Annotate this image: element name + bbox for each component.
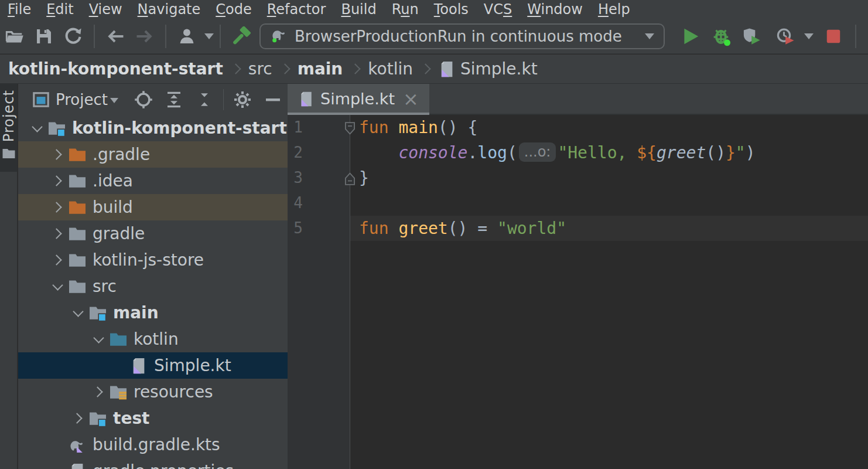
tree-item-simple-kt[interactable]: Simple.kt xyxy=(18,352,288,379)
tree-item-label: build xyxy=(93,198,133,217)
tree-item-idea[interactable]: .idea xyxy=(18,168,288,194)
tree-item-main[interactable]: main xyxy=(18,300,288,326)
tree-item-gradle[interactable]: .gradle xyxy=(18,141,288,168)
file-icon xyxy=(68,462,87,469)
tree-item-src[interactable]: src xyxy=(18,273,288,300)
chevron-right-icon[interactable] xyxy=(51,202,61,212)
chevron-down-icon[interactable] xyxy=(52,280,63,290)
menu-vcs[interactable]: VCS xyxy=(476,1,520,18)
tree-item-kotlin[interactable]: kotlin xyxy=(18,326,288,352)
tree-item-kotlin-komponent-start[interactable]: kotlin-komponent-start xyxy=(18,115,288,141)
coverage-button[interactable] xyxy=(742,25,763,47)
breadcrumb-item-kotlin[interactable]: kotlin xyxy=(368,59,413,79)
menu-navigate[interactable]: Navigate xyxy=(130,1,209,18)
code-token: ( xyxy=(507,143,517,162)
chevron-right-icon[interactable] xyxy=(51,175,61,186)
parameter-name-hint[interactable]: ...o: xyxy=(519,142,556,162)
menu-build[interactable]: Build xyxy=(333,1,384,18)
folder-icon xyxy=(68,225,87,243)
tree-item-gradle-properties[interactable]: gradle.properties xyxy=(18,458,288,469)
menu-refactor[interactable]: Refactor xyxy=(259,1,334,18)
menu-help[interactable]: Help xyxy=(590,1,638,18)
code-area[interactable]: 12345 fun main() { console.log(...o:"Hel… xyxy=(288,115,868,469)
project-tree: kotlin-komponent-start.gradle.ideabuildg… xyxy=(18,115,288,469)
breadcrumb-item-simple-kt[interactable]: Simple.kt xyxy=(460,59,538,79)
tree-item-gradle[interactable]: gradle xyxy=(18,220,288,247)
tab-simple-kt[interactable]: Simple.kt × xyxy=(288,84,429,114)
stripe-project-label: Project xyxy=(1,90,17,142)
folder-icon xyxy=(68,172,87,191)
sync-button[interactable] xyxy=(63,25,84,47)
save-button[interactable] xyxy=(33,25,54,47)
kotlin-file-icon xyxy=(438,60,456,78)
code-token: " xyxy=(736,143,746,162)
run-configuration-combobox[interactable]: BrowserProductionRun in continuous mode xyxy=(259,23,665,49)
close-icon[interactable]: × xyxy=(403,93,419,105)
open-button[interactable] xyxy=(4,25,25,47)
kotlin-file-icon xyxy=(298,91,315,107)
settings-gear-button[interactable] xyxy=(233,90,252,110)
menu-code[interactable]: Code xyxy=(208,1,259,18)
run-configuration-label: BrowserProductionRun in continuous mode xyxy=(295,28,634,45)
breadcrumb-separator-icon xyxy=(230,63,241,74)
chevron-right-icon[interactable] xyxy=(51,149,61,159)
panel-title[interactable]: Project xyxy=(56,91,108,108)
menu-tools[interactable]: Tools xyxy=(426,1,476,18)
tree-item-label: Simple.kt xyxy=(154,356,231,375)
modulefolder-icon xyxy=(88,304,107,322)
project-panel: Project kotlin-komponent-start.gradle.id… xyxy=(18,84,288,469)
tab-label: Simple.kt xyxy=(320,90,395,108)
expand-all-button[interactable] xyxy=(164,90,184,110)
collapse-all-button[interactable] xyxy=(194,90,214,110)
chevron-slot xyxy=(47,197,68,218)
editor[interactable]: Simple.kt × 12345 fun main() { console.l… xyxy=(288,84,868,469)
profiler-icon xyxy=(776,25,797,47)
tree-item-build-gradle-kts[interactable]: build.gradle.kts xyxy=(18,431,288,458)
tree-item-resources[interactable]: resources xyxy=(18,379,288,405)
build-hammer-button[interactable] xyxy=(231,25,252,47)
hide-panel-button[interactable] xyxy=(263,90,283,110)
breadcrumb-item-main[interactable]: main xyxy=(298,59,343,79)
back-button[interactable] xyxy=(105,25,126,47)
menu-view[interactable]: View xyxy=(81,1,130,18)
code-token: () { xyxy=(438,118,477,137)
chevron-slot xyxy=(88,382,109,403)
chevron-down-icon[interactable] xyxy=(93,332,104,343)
tree-item-kotlin-js-store[interactable]: kotlin-js-store xyxy=(18,247,288,273)
code-line-5: fun greet() = "world" xyxy=(350,216,868,241)
breadcrumb-separator-icon xyxy=(350,63,361,74)
line-number-3: 3 xyxy=(288,165,350,191)
tree-item-test[interactable]: test xyxy=(18,405,288,431)
menu-window[interactable]: Window xyxy=(520,1,590,18)
tree-item-label: test xyxy=(113,409,149,428)
tree-item-label: src xyxy=(93,277,117,296)
user-menu-button[interactable] xyxy=(172,25,214,47)
menu-edit[interactable]: Edit xyxy=(39,1,81,18)
stop-button[interactable] xyxy=(823,25,844,47)
breadcrumb-item-kotlin-komponent-start[interactable]: kotlin-komponent-start xyxy=(8,59,223,79)
chevron-slot xyxy=(67,408,88,429)
breadcrumb-item-src[interactable]: src xyxy=(248,59,272,79)
tool-window-button-project[interactable]: Project xyxy=(0,84,18,172)
code-surface[interactable]: fun main() { console.log(...o:"Hello, ${… xyxy=(350,115,868,469)
tree-item-build[interactable]: build xyxy=(18,194,288,220)
chevron-right-icon[interactable] xyxy=(51,254,61,265)
line-number-5: 5 xyxy=(288,216,350,241)
project-panel-header: Project xyxy=(18,84,288,115)
forward-button[interactable] xyxy=(134,25,155,47)
tree-item-label: main xyxy=(113,303,159,322)
locate-file-button[interactable] xyxy=(134,90,153,110)
chevron-down-icon[interactable] xyxy=(32,121,42,132)
menu-run[interactable]: Run xyxy=(384,1,426,18)
code-token: greet xyxy=(657,143,706,162)
chevron-right-icon[interactable] xyxy=(71,413,82,423)
run-button[interactable] xyxy=(680,25,701,47)
chevron-down-icon[interactable] xyxy=(73,306,83,317)
chevron-right-icon[interactable] xyxy=(51,228,61,239)
chevron-down-icon[interactable] xyxy=(110,98,118,103)
profiler-button[interactable] xyxy=(772,25,814,47)
debug-button[interactable] xyxy=(711,25,732,47)
kotlinfile-icon xyxy=(129,356,148,375)
chevron-right-icon[interactable] xyxy=(92,386,102,397)
menu-file[interactable]: File xyxy=(0,1,39,18)
